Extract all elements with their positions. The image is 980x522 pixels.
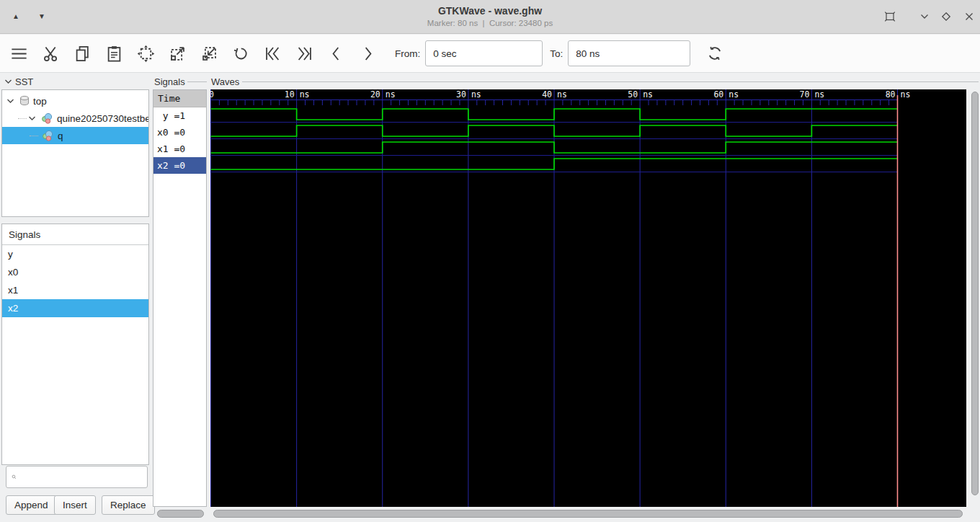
svg-text:ns: ns	[557, 89, 567, 99]
svg-text:ns: ns	[471, 89, 481, 99]
zoom-out-button[interactable]	[193, 37, 225, 69]
zoom-in-icon	[168, 44, 187, 63]
signal-names-panel: Time y =1x0 =0x1 =0x2 =0	[153, 89, 207, 507]
wave-canvas[interactable]: 010ns20ns30ns40ns50ns60ns70ns80ns	[210, 89, 966, 507]
signal-list-item-x0[interactable]: x0	[2, 263, 148, 281]
signal-list-item-label: x1	[8, 285, 18, 296]
close-icon	[963, 11, 975, 22]
waves-vertical-scrollbar[interactable]	[971, 92, 979, 495]
signal-value-text: x1 =0	[157, 143, 185, 154]
search-input[interactable]	[20, 466, 147, 487]
from-input[interactable]	[425, 40, 543, 66]
fullscreen-button[interactable]	[882, 9, 898, 24]
svg-text:80: 80	[886, 89, 896, 99]
to-end-button[interactable]	[288, 37, 320, 69]
insert-button[interactable]: Insert	[54, 495, 96, 515]
signal-list-item-label: y	[8, 249, 13, 260]
sst-tree-item-top[interactable]: top	[2, 92, 148, 110]
signal-browser-column-header[interactable]: Signals	[2, 224, 148, 245]
signal-value-row-x0[interactable]: x0 =0	[153, 124, 206, 141]
chevron-down-icon	[919, 11, 930, 22]
tree-item-label: quine20250730testbench	[57, 113, 148, 124]
frame-border	[187, 81, 207, 82]
copy-button[interactable]	[66, 37, 98, 69]
waves-horizontal-scrollbar[interactable]	[213, 510, 963, 518]
expander-chevron-icon	[4, 79, 12, 85]
names-frame-label: Signals	[154, 76, 185, 87]
svg-text:ns: ns	[814, 89, 824, 99]
signal-value-text: y =1	[157, 110, 185, 121]
to-start-icon	[263, 44, 282, 63]
append-button[interactable]: Append	[6, 495, 57, 515]
to-input[interactable]	[568, 40, 690, 66]
cut-button[interactable]	[35, 37, 66, 69]
step-forward-icon	[358, 44, 378, 63]
main-toolbar: From: To:	[0, 35, 980, 73]
tree-connector	[18, 118, 27, 119]
time-header-label: Time	[158, 93, 180, 104]
replace-button[interactable]: Replace	[102, 495, 155, 515]
svg-text:ns: ns	[643, 89, 653, 99]
signal-value-row-x1[interactable]: x1 =0	[153, 141, 206, 157]
tree-connector	[30, 136, 38, 136]
to-start-button[interactable]	[257, 37, 288, 69]
search-icon	[12, 472, 17, 482]
window-title: GTKWave - wave.ghw	[0, 5, 980, 17]
tree-item-label: q	[58, 130, 63, 141]
sst-tree-panel: top quine20250730testbench q	[1, 89, 149, 217]
sst-tree-item-quine20250730testbench[interactable]: quine20250730testbench	[2, 110, 148, 127]
copy-icon	[73, 44, 92, 63]
svg-text:10: 10	[285, 89, 295, 99]
diamond-icon	[940, 11, 952, 22]
expander-chevron-icon	[6, 98, 14, 105]
fullscreen-icon	[883, 10, 896, 23]
from-label: From:	[395, 48, 420, 59]
time-header[interactable]: Time	[153, 90, 206, 107]
expander-chevron-icon	[28, 115, 36, 122]
signal-value-text: x0 =0	[157, 127, 185, 138]
reload-button[interactable]	[699, 37, 731, 69]
signal-value-text: x2 =0	[157, 160, 185, 171]
undo-button[interactable]	[225, 37, 257, 69]
sst-section-header[interactable]: SST	[4, 75, 33, 88]
process-icon	[42, 130, 54, 141]
step-back-button[interactable]	[320, 37, 352, 69]
marker-cursor-status: Marker: 80 ns | Cursor: 23480 ps	[0, 19, 980, 27]
signal-browser-panel: Signals yx0x1x2	[1, 224, 149, 465]
svg-text:60: 60	[713, 89, 723, 99]
signal-list-item-x2[interactable]: x2	[2, 299, 148, 317]
step-forward-button[interactable]	[352, 37, 383, 69]
undo-icon	[231, 44, 251, 63]
paste-button[interactable]	[98, 37, 130, 69]
svg-text:30: 30	[456, 89, 466, 99]
minimize-button[interactable]	[917, 9, 932, 24]
svg-text:40: 40	[542, 89, 552, 99]
zoom-fit-button[interactable]	[130, 37, 161, 69]
svg-text:ns: ns	[300, 89, 310, 99]
titlebar: ▲ ▼ GTKWave - wave.ghw Marker: 80 ns | C…	[0, 0, 980, 34]
signal-value-row-y[interactable]: y =1	[153, 107, 206, 124]
sst-tree-item-q[interactable]: q	[2, 127, 148, 144]
signal-list-item-x1[interactable]: x1	[2, 281, 148, 299]
zoom-out-icon	[200, 44, 219, 63]
signal-value-row-x2[interactable]: x2 =0	[153, 157, 206, 174]
svg-text:70: 70	[800, 89, 810, 99]
svg-text:ns: ns	[386, 89, 396, 99]
module-icon	[19, 95, 30, 107]
frame-border	[242, 81, 979, 82]
close-button[interactable]	[961, 9, 977, 24]
signal-list-item-label: x2	[8, 303, 18, 314]
tree-item-label: top	[33, 96, 47, 107]
to-label: To:	[550, 48, 563, 59]
maximize-button[interactable]	[938, 9, 954, 24]
paste-icon	[104, 44, 124, 63]
signal-list-item-y[interactable]: y	[2, 245, 148, 263]
reload-icon	[705, 44, 724, 63]
process-icon	[41, 112, 53, 124]
zoom-in-button[interactable]	[161, 37, 193, 69]
menu-button[interactable]	[3, 37, 35, 69]
signal-browser-header-label: Signals	[9, 229, 40, 240]
sst-label: SST	[15, 76, 33, 87]
svg-text:ns: ns	[729, 89, 739, 99]
names-horizontal-scrollbar[interactable]	[157, 510, 204, 518]
